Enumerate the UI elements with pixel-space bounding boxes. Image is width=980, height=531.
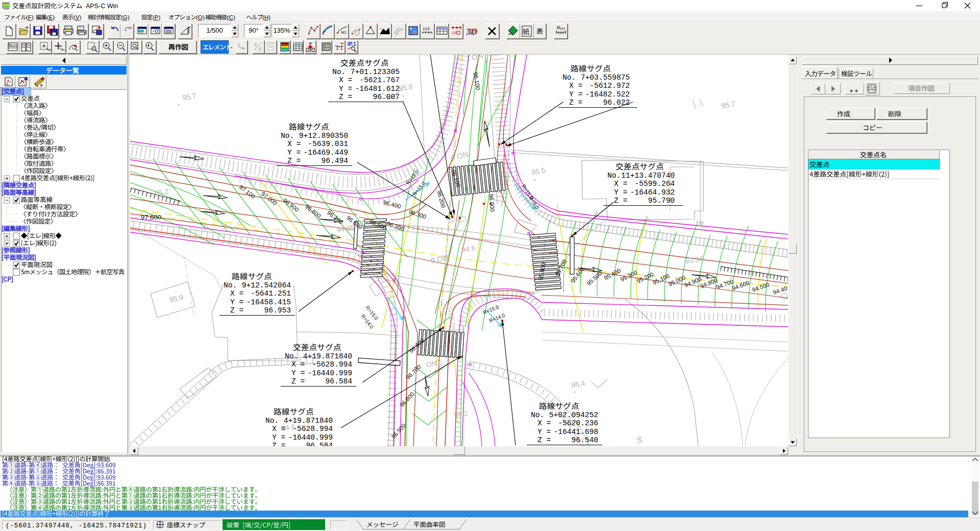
svg-text:95.790: 95.790 (648, 197, 675, 205)
svg-text:No.: No. (265, 417, 279, 425)
svg-text:-5621.767: -5621.767 (359, 76, 400, 84)
svg-text:Z =: Z = (287, 157, 301, 165)
svg-text:X =: X = (287, 140, 301, 148)
svg-text:96.584: 96.584 (325, 377, 352, 385)
svg-text:No.: No. (285, 352, 298, 360)
svg-text:96.022: 96.022 (603, 99, 630, 107)
svg-text:-16482.522: -16482.522 (585, 90, 630, 99)
svg-text:X =: X = (272, 425, 285, 433)
svg-text:96.584: 96.584 (306, 442, 333, 450)
svg-text:(G): (G) (121, 14, 130, 20)
svg-text:X =: X = (339, 76, 352, 84)
svg-text:-5641.251: -5641.251 (251, 289, 291, 298)
svg-text:97.600: 97.600 (141, 213, 161, 221)
svg-text:4+19.871840: 4+19.871840 (303, 352, 352, 360)
svg-text:96.007: 96.007 (373, 93, 400, 101)
svg-text:94.40: 94.40 (772, 285, 788, 296)
svg-text:96.400: 96.400 (383, 199, 402, 209)
svg-text:ON: ON (425, 359, 437, 369)
svg-text:5+02.094252: 5+02.094252 (549, 411, 598, 419)
svg-text:Y =: Y = (230, 298, 243, 306)
svg-text:(O): (O) (196, 14, 205, 20)
svg-text:-16441.698: -16441.698 (553, 428, 598, 436)
svg-text:Y =: Y = (537, 428, 551, 436)
svg-text:96.953: 96.953 (264, 306, 291, 315)
svg-text:No.: No. (607, 172, 621, 180)
svg-text:95.7: 95.7 (721, 100, 736, 110)
svg-text:X =: X = (614, 180, 627, 188)
svg-text:95.200: 95.200 (636, 271, 655, 284)
svg-text:No.: No. (224, 281, 237, 289)
svg-text:-5628.994: -5628.994 (292, 425, 333, 433)
svg-text:(F): (F) (26, 14, 34, 20)
svg-text:95.2: 95.2 (154, 187, 169, 197)
svg-text:R=15.0: R=15.0 (482, 304, 500, 316)
svg-text:95.7: 95.7 (182, 91, 197, 102)
svg-text:-: - (230, 43, 232, 51)
svg-text:95.4: 95.4 (571, 379, 585, 389)
svg-text:95: 95 (635, 436, 644, 445)
svg-text:-5628.994: -5628.994 (312, 360, 352, 369)
svg-text:96.494: 96.494 (321, 157, 348, 165)
svg-text:Y =: Y = (614, 188, 627, 197)
svg-text:-5639.031: -5639.031 (308, 140, 348, 148)
svg-text:Y =: Y = (569, 90, 582, 99)
svg-text:-5620.236: -5620.236 (558, 419, 598, 427)
svg-text:-5612.972: -5612.972 (590, 82, 630, 90)
svg-text:94.95: 94.95 (336, 223, 355, 234)
svg-text:96.800: 96.800 (304, 203, 322, 219)
svg-text:11+13.470740: 11+13.470740 (621, 172, 675, 180)
svg-text:9+12.890350: 9+12.890350 (299, 132, 348, 140)
svg-text:-16440.999: -16440.999 (288, 433, 333, 442)
svg-text:95.9: 95.9 (168, 293, 184, 304)
svg-text:Z =: Z = (569, 99, 582, 107)
svg-text:96.000: 96.000 (488, 194, 496, 212)
svg-text:(P): (P) (153, 14, 161, 20)
svg-text:94.500: 94.500 (751, 281, 770, 293)
svg-text:Z =: Z = (272, 442, 285, 450)
svg-text:Y =: Y = (291, 369, 305, 377)
svg-text:Z =: Z = (339, 93, 352, 101)
svg-text:94.2: 94.2 (453, 409, 468, 419)
svg-text:Y =: Y = (339, 85, 352, 93)
svg-text:95.5: 95.5 (531, 166, 546, 176)
svg-text:-16481.612: -16481.612 (355, 85, 400, 93)
svg-text:(-5601.37497446, -16425.784719: (-5601.37497446, -16425.78471921) (6, 522, 146, 529)
svg-text:95.100: 95.100 (652, 273, 671, 286)
svg-text:95.300: 95.300 (619, 269, 638, 283)
svg-text:7+03.559875: 7+03.559875 (581, 74, 630, 82)
svg-text:Z =: Z = (537, 436, 551, 444)
svg-text:7+01.123305: 7+01.123305 (351, 68, 400, 76)
svg-text:4+19.871840: 4+19.871840 (284, 417, 333, 425)
svg-text:(V): (V) (74, 14, 82, 20)
svg-text:95.400: 95.400 (603, 268, 622, 281)
svg-text:-16458.415: -16458.415 (246, 298, 291, 306)
svg-text:No.: No. (562, 74, 576, 82)
svg-text:94.6: 94.6 (461, 244, 476, 254)
svg-text:No.: No. (332, 68, 346, 76)
svg-text:93.34: 93.34 (684, 254, 703, 265)
svg-text:X =: X = (569, 82, 582, 90)
svg-text:Y =: Y = (272, 433, 285, 442)
svg-text:X =: X = (291, 360, 305, 369)
svg-text:Z =: Z = (291, 377, 305, 385)
svg-text:-16464.932: -16464.932 (630, 188, 675, 197)
svg-text:(E): (E) (47, 14, 55, 20)
svg-text:-16469.449: -16469.449 (303, 149, 348, 157)
svg-text:Z =: Z = (230, 306, 243, 315)
svg-text:96.900: 96.900 (390, 422, 407, 440)
svg-text:APS-C Win: APS-C Win (86, 3, 118, 10)
svg-text:-5599.264: -5599.264 (634, 180, 675, 188)
svg-text:R=19.0: R=19.0 (405, 169, 420, 185)
svg-text:ON: ON (471, 51, 484, 62)
svg-text:Z =: Z = (614, 197, 627, 205)
svg-text:94.700: 94.700 (715, 278, 734, 291)
svg-text:96.100: 96.100 (472, 71, 481, 90)
svg-text:95.500: 95.500 (585, 270, 603, 286)
svg-text:4 ON: 4 ON (450, 150, 469, 162)
svg-text:95.000: 95.000 (668, 275, 687, 287)
svg-text:96.540: 96.540 (571, 436, 598, 444)
svg-text:X =: X = (230, 289, 243, 298)
svg-text:(C): (C) (227, 14, 235, 20)
svg-text:No.: No. (531, 411, 544, 419)
